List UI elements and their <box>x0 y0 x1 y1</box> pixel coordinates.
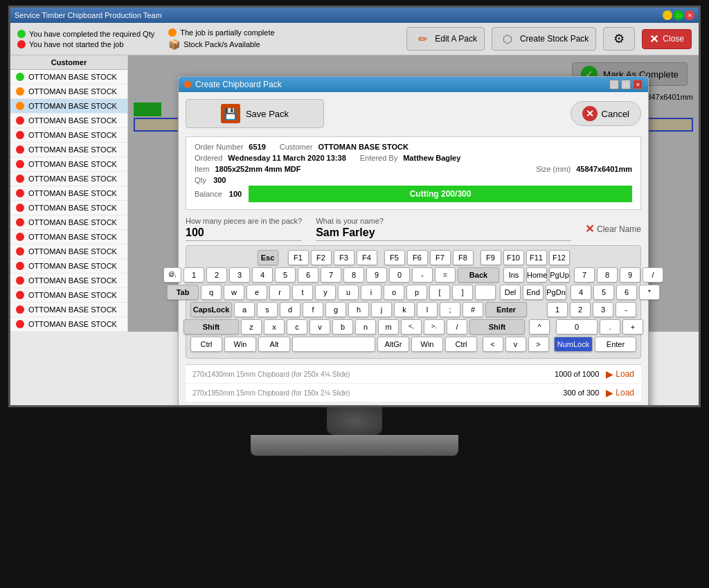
key-f4[interactable]: F4 <box>357 250 377 265</box>
list-item[interactable]: OTTOMAN BASE STOCK <box>10 186 127 201</box>
key-v[interactable]: v <box>309 319 330 335</box>
key-h[interactable]: h <box>348 302 369 317</box>
key-lwin[interactable]: Win <box>224 337 256 352</box>
list-item[interactable]: OTTOMAN BASE STOCK <box>10 317 127 332</box>
key-o[interactable]: o <box>384 285 404 300</box>
list-item[interactable]: OTTOMAN BASE STOCK <box>10 201 127 215</box>
key-down[interactable]: v <box>505 337 526 352</box>
key-q[interactable]: q <box>201 285 222 300</box>
list-item[interactable]: OTTOMAN BASE STOCK <box>10 114 127 128</box>
key-f12[interactable]: F12 <box>549 250 570 265</box>
key-f[interactable]: f <box>303 302 323 317</box>
key-r[interactable]: r <box>269 285 290 300</box>
key-enter[interactable]: Enter <box>485 302 527 317</box>
key-u[interactable]: u <box>338 285 359 300</box>
modal-maximize-button[interactable]: □ <box>621 80 631 89</box>
key-6[interactable]: 6 <box>298 267 318 283</box>
key-backslash[interactable] <box>475 285 496 300</box>
key-w[interactable]: w <box>224 285 244 300</box>
key-pgup[interactable]: PgUp <box>549 267 570 283</box>
key-f7[interactable]: F7 <box>430 250 451 265</box>
key-num-mul[interactable]: * <box>639 285 660 300</box>
key-num-sub[interactable]: - <box>616 302 636 317</box>
modal-close-button[interactable]: ✕ <box>633 80 643 89</box>
key-num3[interactable]: 3 <box>593 302 613 317</box>
key-slash[interactable]: / <box>447 319 467 335</box>
key-f11[interactable]: F11 <box>526 250 547 265</box>
key-comma[interactable]: <, <box>401 319 422 335</box>
key-0[interactable]: 0 <box>389 267 410 283</box>
key-f6[interactable]: F6 <box>407 250 428 265</box>
key-hash[interactable]: # <box>463 302 483 317</box>
key-z[interactable]: z <box>241 319 262 335</box>
key-rshift[interactable]: Shift <box>469 319 525 335</box>
key-num9[interactable]: 9 <box>620 267 640 283</box>
edit-pack-button[interactable]: Edit A Pack <box>406 27 485 51</box>
key-8[interactable]: 8 <box>343 267 364 283</box>
key-right[interactable]: > <box>528 337 549 352</box>
key-2[interactable]: 2 <box>206 267 227 283</box>
key-3[interactable]: 3 <box>229 267 250 283</box>
list-item[interactable]: OTTOMAN BASE STOCK <box>10 84 127 99</box>
load-button-1[interactable]: ▶ Load <box>606 368 634 380</box>
key-left[interactable]: < <box>483 337 503 352</box>
list-item[interactable]: OTTOMAN BASE STOCK <box>10 99 127 114</box>
key-rwin[interactable]: Win <box>411 337 443 352</box>
key-ins[interactable]: Ins <box>503 267 524 283</box>
key-num4[interactable]: 4 <box>571 285 591 300</box>
key-tab[interactable]: Tab <box>167 285 199 300</box>
key-f10[interactable]: F10 <box>503 250 524 265</box>
list-item[interactable]: OTTOMAN BASE STOCK <box>10 70 127 84</box>
key-k[interactable]: k <box>394 302 415 317</box>
key-num6[interactable]: 6 <box>616 285 637 300</box>
close-window-button[interactable]: ✕ <box>685 10 694 20</box>
key-g[interactable]: g <box>325 302 346 317</box>
key-9[interactable]: 9 <box>366 267 387 283</box>
list-item[interactable]: OTTOMAN BASE STOCK <box>10 215 127 230</box>
key-minus[interactable]: - <box>412 267 433 283</box>
clear-name-button[interactable]: ✕ Clear Name <box>585 217 641 241</box>
list-item[interactable]: OTTOMAN BASE STOCK <box>10 288 127 303</box>
key-b[interactable]: b <box>332 319 353 335</box>
list-item[interactable]: OTTOMAN BASE STOCK <box>10 230 127 244</box>
key-pgdn[interactable]: PgDn <box>546 285 566 300</box>
key-del[interactable]: Del <box>500 285 521 300</box>
list-item[interactable]: OTTOMAN BASE STOCK <box>10 157 127 172</box>
key-j[interactable]: j <box>371 302 392 317</box>
key-t[interactable]: t <box>292 285 313 300</box>
key-s[interactable]: s <box>257 302 278 317</box>
key-backtick[interactable]: @, <box>163 267 181 283</box>
key-num-enter[interactable]: Enter <box>595 337 636 352</box>
maximize-button[interactable]: □ <box>674 10 683 20</box>
minimize-button[interactable]: _ <box>663 10 672 20</box>
cancel-button[interactable]: ✕ Cancel <box>571 101 641 126</box>
key-rctrl[interactable]: Ctrl <box>445 337 477 352</box>
key-f1[interactable]: F1 <box>288 250 309 265</box>
key-num-add[interactable]: + <box>622 319 643 335</box>
key-altgr[interactable]: AltGr <box>377 337 409 352</box>
key-f5[interactable]: F5 <box>384 250 405 265</box>
key-f3[interactable]: F3 <box>334 250 354 265</box>
list-item[interactable]: OTTOMAN BASE STOCK <box>10 244 127 259</box>
key-5[interactable]: 5 <box>275 267 296 283</box>
key-capslock[interactable]: CapsLock <box>190 302 232 317</box>
key-backspace[interactable]: Back <box>458 267 499 283</box>
save-pack-button[interactable]: 💾 Save Pack <box>186 99 324 128</box>
key-num-dot[interactable]: . <box>600 319 620 335</box>
key-semicolon[interactable]: ; <box>440 302 460 317</box>
list-item[interactable]: OTTOMAN BASE STOCK <box>10 259 127 274</box>
key-7[interactable]: 7 <box>321 267 341 283</box>
settings-button[interactable] <box>603 27 635 51</box>
key-period[interactable]: >. <box>424 319 445 335</box>
key-num-div[interactable]: / <box>643 267 663 283</box>
key-esc[interactable]: Esc <box>258 250 278 265</box>
key-num7[interactable]: 7 <box>574 267 595 283</box>
key-i[interactable]: i <box>361 285 382 300</box>
key-m[interactable]: m <box>378 319 399 335</box>
key-up[interactable]: ^ <box>529 319 550 335</box>
key-num2[interactable]: 2 <box>570 302 591 317</box>
key-f8[interactable]: F8 <box>453 250 474 265</box>
key-lbracket[interactable]: [ <box>429 285 450 300</box>
key-num0[interactable]: 0 <box>556 319 598 335</box>
create-stock-button[interactable]: Create Stock Pack <box>492 27 596 51</box>
